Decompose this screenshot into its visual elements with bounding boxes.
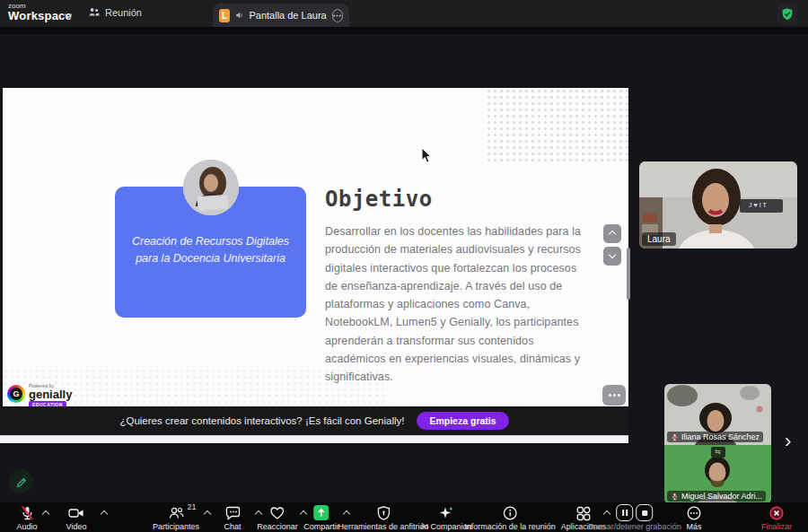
slide-paragraph: Desarrollar en los docentes las habilida… [325,222,587,386]
participants-icon [88,6,100,18]
participants-menu-chevron[interactable] [204,510,211,518]
video-menu-chevron[interactable] [101,510,108,518]
video-tile-laura[interactable]: J♥IT Laura [639,161,797,249]
annotate-button[interactable] [9,469,33,493]
genially-wordmark: genially [29,388,72,400]
react-button[interactable]: Reaccionar [257,504,298,531]
speaker-icon [235,10,244,21]
shield-check-icon [780,7,795,22]
halftone-pattern [486,88,628,163]
tab-share-label: Pantalla de Laura [249,10,326,21]
end-icon [768,505,785,521]
divider [0,27,808,34]
camera-icon [67,505,84,521]
security-badge[interactable] [777,4,797,24]
participant-name-miguel: Miguel Salvador Adri... [667,491,766,501]
genially-promo-bar: ¿Quieres crear contenidos interactivos? … [0,406,628,434]
chat-icon [224,505,241,521]
chat-button[interactable]: Chat [224,504,241,531]
slide-heading: Objetivo [325,187,433,212]
participant-name-laura: Laura [642,232,676,246]
empieza-gratis-button[interactable]: Empieza gratis [417,412,508,430]
course-title: Creación de Recursos Digitales para la D… [129,233,292,268]
brand-workspace: Workspace [8,10,72,22]
wall-sign: J♥IT [749,202,768,208]
pencil-icon [14,475,28,488]
participants-count: 21 [187,502,196,511]
video-button[interactable]: Video [66,504,87,531]
slide-prev-button[interactable] [603,224,621,243]
chevron-down-icon [609,251,616,258]
tab-reunion-label: Reunión [105,7,142,18]
recording-controls[interactable]: Pausar/detener grabación [588,504,681,531]
slide-more-button[interactable] [602,385,626,406]
reaction-badge-icon: ⇆ [711,447,725,458]
more-icon [686,505,702,521]
host-tools-button[interactable]: Herramientas de anfitrión [338,504,428,531]
slide-next-button[interactable] [603,247,621,266]
share-button[interactable]: Compartir [303,504,339,531]
more-button[interactable]: Más [686,504,702,531]
chevron-up-icon [609,230,616,237]
zoom-workspace-logo: zoom Workspace [8,2,72,22]
brand-zoom: zoom [8,2,72,10]
meeting-toolbar: Audio Video 21 Participantes [0,502,808,532]
stop-icon[interactable] [636,504,653,521]
info-icon [502,505,518,521]
scrollbar-thumb[interactable] [627,248,630,300]
video-tile-iliana[interactable]: Iliana Rosas Sánchez [664,384,771,445]
promo-text: ¿Quieres crear contenidos interactivos? … [119,415,404,426]
tab-options-icon[interactable] [332,9,343,22]
title-bar: zoom Workspace Reunión L Pantalla de Lau… [0,0,808,27]
share-icon [313,505,329,520]
mouse-cursor [421,147,433,164]
heart-icon [269,505,286,521]
meeting-info-button[interactable]: Información de la reunión [464,504,556,531]
genially-logo[interactable]: G Powered by genially EDUCATION [7,383,72,408]
genially-g-icon: G [7,385,25,403]
video-tile-miguel[interactable]: ⇆ Miguel Salvador Adri... [664,445,771,504]
presenter-avatar [183,160,239,215]
end-meeting-button[interactable]: Finalizar [761,504,792,531]
sparkle-icon [437,505,454,521]
shield-icon [375,505,391,521]
mic-muted-icon [671,493,679,501]
horizontal-scrollbar[interactable] [0,435,628,443]
tab-reunion[interactable]: Reunión [88,6,142,18]
shared-screen-slide: “ Creación de Recursos Digitales para la… [3,88,628,406]
audio-menu-chevron[interactable] [42,510,49,518]
mic-muted-icon [19,505,35,521]
next-videos-button[interactable]: › [785,432,791,451]
audio-button[interactable]: Audio [16,504,37,531]
participants-button[interactable]: 21 Participantes [153,504,199,531]
tab-avatar: L [219,9,230,22]
tab-pantalla-de-laura[interactable]: L Pantalla de Laura [213,4,349,27]
participant-name-iliana: Iliana Rosas Sánchez [667,432,763,442]
participants-icon [168,505,185,521]
mic-muted-icon [671,433,679,441]
pause-icon[interactable] [616,504,633,521]
